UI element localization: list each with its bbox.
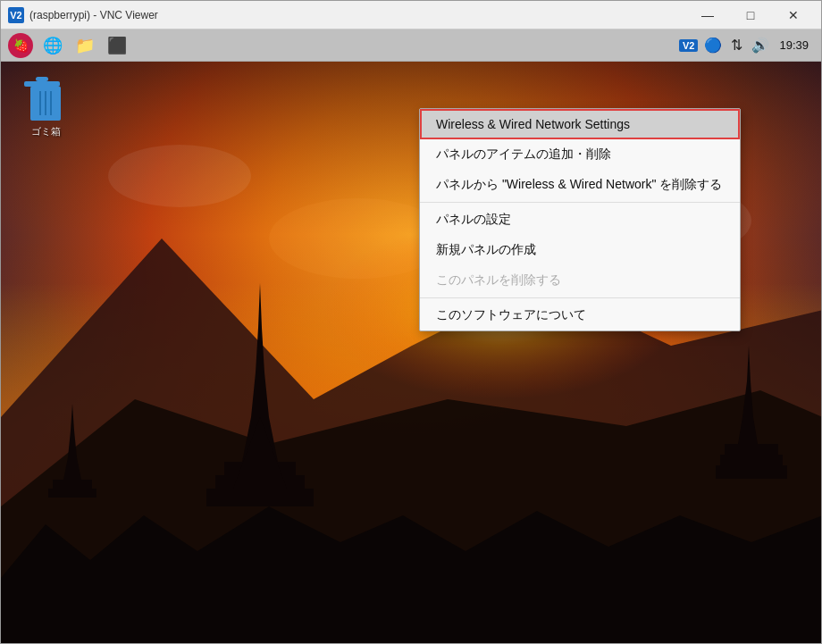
- taskbar-right: V2 🔵 ⇅ 🔊 19:39: [679, 35, 818, 55]
- taskbar: 🍓 🌐 📁 ⬛ V2 🔵 ⇅ 🔊 19:39: [1, 29, 821, 62]
- minimize-button[interactable]: —: [687, 1, 728, 29]
- network-icon[interactable]: ⇅: [728, 35, 745, 55]
- context-menu: Wireless & Wired Network Settings パネルのアイ…: [419, 108, 741, 331]
- terminal-button[interactable]: ⬛: [102, 32, 132, 59]
- menu-separator-1: [420, 202, 740, 203]
- svg-rect-13: [716, 465, 787, 479]
- menu-item-panel-settings[interactable]: パネルの設定: [420, 205, 740, 235]
- vnc-badge: V2: [679, 39, 698, 52]
- trash-image: [27, 79, 64, 122]
- rpi-menu-button[interactable]: 🍓: [5, 32, 36, 59]
- svg-rect-8: [206, 489, 314, 506]
- terminal-icon: ⬛: [107, 36, 127, 55]
- menu-item-remove-wireless[interactable]: パネルから "Wireless & Wired Network" を削除する: [420, 170, 740, 200]
- svg-rect-16: [48, 489, 96, 498]
- menu-item-wireless-settings[interactable]: Wireless & Wired Network Settings: [420, 109, 740, 139]
- titlebar: V2 (raspberrypi) - VNC Viewer — □ ✕: [1, 1, 821, 29]
- menu-separator-2: [420, 297, 740, 298]
- maximize-button[interactable]: □: [730, 1, 771, 29]
- svg-rect-11: [725, 444, 778, 455]
- menu-item-about[interactable]: このソフトウェアについて: [420, 300, 740, 330]
- window-controls: — □ ✕: [687, 1, 814, 29]
- svg-rect-12: [720, 455, 783, 465]
- trash-icon[interactable]: ゴミ箱: [19, 79, 72, 138]
- globe-icon: 🌐: [43, 36, 63, 55]
- browser-button[interactable]: 🌐: [38, 32, 68, 59]
- trash-label: ゴミ箱: [31, 125, 61, 138]
- svg-rect-15: [53, 480, 92, 489]
- rpi-logo-icon: 🍓: [8, 33, 33, 58]
- svg-point-19: [108, 145, 251, 207]
- menu-item-delete-panel: このパネルを削除する: [420, 265, 740, 296]
- close-button[interactable]: ✕: [773, 1, 814, 29]
- volume-icon[interactable]: 🔊: [749, 35, 772, 55]
- desktop: ゴミ箱 Wireless & Wired Network Settings パネ…: [1, 62, 821, 643]
- clock: 19:39: [776, 38, 812, 52]
- folder-icon: 📁: [75, 36, 95, 55]
- window-title: (raspberrypi) - VNC Viewer: [29, 9, 687, 21]
- bluetooth-icon[interactable]: 🔵: [701, 35, 725, 55]
- trash-body: [30, 87, 61, 121]
- vnc-icon: V2: [8, 7, 24, 23]
- menu-item-new-panel[interactable]: 新規パネルの作成: [420, 235, 740, 265]
- files-button[interactable]: 📁: [70, 32, 100, 59]
- vnc-window: V2 (raspberrypi) - VNC Viewer — □ ✕ 🍓 🌐 …: [0, 0, 822, 644]
- menu-item-add-remove[interactable]: パネルのアイテムの追加・削除: [420, 139, 740, 170]
